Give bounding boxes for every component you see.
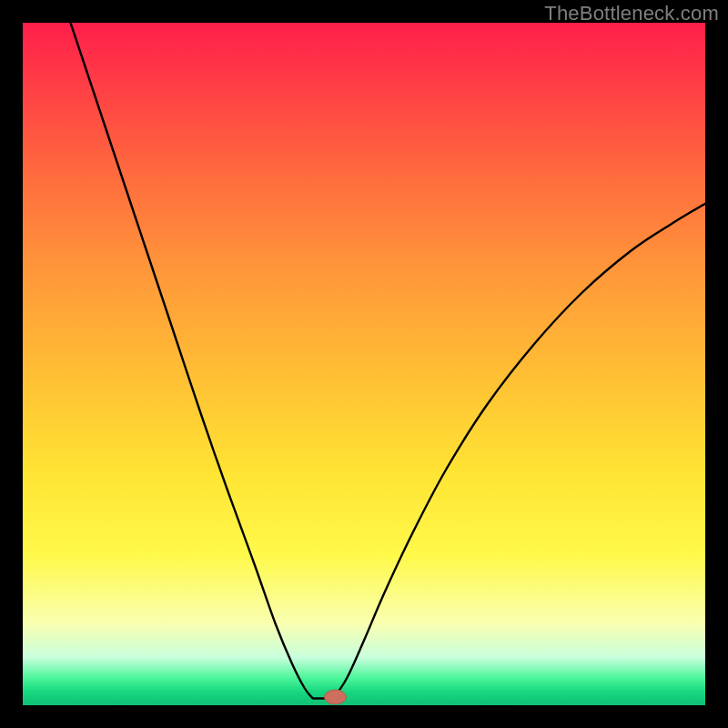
bottleneck-curve (23, 23, 705, 705)
curve-path (71, 23, 706, 700)
optimum-marker (325, 690, 347, 704)
chart-frame: TheBottleneck.com (0, 0, 728, 728)
plot-area (23, 23, 705, 705)
